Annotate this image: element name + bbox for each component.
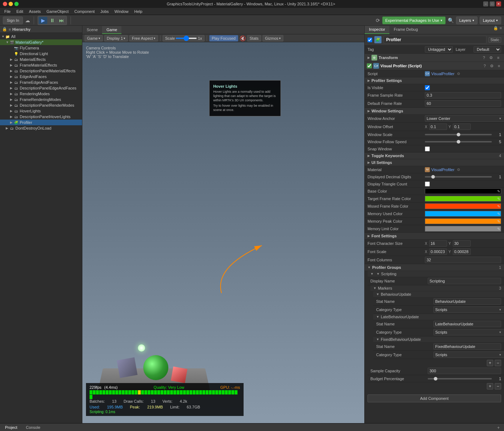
scale-slider[interactable] — [176, 38, 197, 39]
win-restore-icon[interactable]: □ — [490, 1, 495, 6]
fscale-x-input[interactable] — [429, 248, 447, 255]
vp-menu-icon[interactable]: ≡ — [496, 63, 502, 69]
tag-dropdown[interactable]: Untagged — [425, 46, 453, 53]
hierarchy-item[interactable]: ▶🗂RenderingModes — [0, 91, 82, 97]
hierarchy-item[interactable]: ▼📁All — [0, 34, 82, 39]
material-ref-btn[interactable]: ⊙ — [456, 167, 461, 172]
memory-peak-swatch[interactable]: ✎ — [425, 218, 501, 224]
hierarchy-item[interactable]: ▶🗂HoverLights — [0, 108, 82, 114]
menu-component[interactable]: Component — [71, 9, 97, 14]
ui-settings-header[interactable]: ▶ UI Settings — [365, 159, 504, 166]
win-min-icon[interactable]: – — [483, 1, 488, 6]
hierarchy-item[interactable]: ▶🗂DescriptionPanelEdgeAndFaces — [0, 85, 82, 91]
stats-btn[interactable]: Stats — [247, 35, 261, 42]
window-anchor-dropdown[interactable]: Lower Center — [425, 115, 504, 122]
profiler-groups-header[interactable]: ▼ Profiler Groups 1 — [365, 264, 504, 271]
font-settings-header[interactable]: ▶ Font Settings — [365, 233, 504, 239]
hierarchy-item[interactable]: ▶🗂DescriptionPanelHoverLights — [0, 114, 82, 120]
markers-header[interactable]: ▼ Markers 3 — [370, 285, 504, 291]
bu-cat-dropdown[interactable]: Scripts — [433, 306, 504, 313]
aspect-dropdown[interactable]: Free Aspect ▾ — [129, 35, 158, 42]
profiler-settings-header[interactable]: ▶ Profiler Settings — [365, 77, 504, 84]
gizmos-btn[interactable]: Gizmos ▾ — [263, 35, 283, 42]
hierarchy-item[interactable]: ▶🗂DescriptionPanelRenderModes — [0, 102, 82, 108]
snap-window-check[interactable] — [425, 146, 430, 151]
sample-capacity-field[interactable] — [428, 368, 501, 374]
menu-help[interactable]: Help — [131, 9, 145, 14]
menu-assets[interactable]: Assets — [26, 9, 44, 14]
display-triangle-check[interactable] — [425, 181, 430, 187]
memory-used-swatch[interactable]: ✎ — [425, 211, 501, 217]
markers-remove-btn[interactable]: − — [495, 360, 501, 366]
inspector-menu-icon[interactable]: ≡ — [500, 26, 502, 34]
menu-jobs[interactable]: Jobs — [97, 9, 111, 14]
fbu-cat-dropdown[interactable]: Scripts — [433, 352, 504, 358]
font-columns-field[interactable] — [425, 257, 501, 263]
display-dropdown[interactable]: Display 1 ▾ — [104, 35, 128, 42]
groups-add-btn[interactable]: + — [487, 383, 493, 389]
offset-x-input[interactable] — [429, 124, 447, 130]
tab-console[interactable]: Console — [22, 424, 44, 431]
transform-help-icon[interactable]: ? — [481, 55, 487, 60]
layout-dropdown[interactable]: Layout ▾ — [480, 16, 501, 24]
object-name-field[interactable] — [384, 36, 486, 44]
hierarchy-item[interactable]: ▶🗂EdgeAndFaces — [0, 74, 82, 79]
inspector-lock-icon[interactable]: 🔒 — [493, 26, 498, 34]
win-min-btn[interactable] — [9, 2, 13, 6]
decimal-slider[interactable] — [425, 176, 492, 178]
offset-y-input[interactable] — [453, 124, 471, 130]
hierarchy-item[interactable]: ▶🗂FrameMaterialEffects — [0, 62, 82, 68]
play-button[interactable]: ▶ — [39, 17, 47, 24]
hierarchy-item[interactable]: ▼🎬MaterialGallery* — [0, 39, 82, 45]
menu-gameobject[interactable]: GameObject — [44, 9, 72, 14]
base-color-swatch[interactable]: ✎ — [425, 188, 501, 194]
hierarchy-item[interactable]: 💡Directional Light — [0, 51, 82, 57]
hierarchy-lock-icon[interactable]: 🔒 — [2, 27, 7, 32]
late-behaviour-header[interactable]: ▼ LateBehaviourUpdate — [373, 314, 504, 320]
game-label-dropdown[interactable]: Game ▾ — [85, 35, 103, 42]
tab-inspector[interactable]: Inspector — [365, 26, 389, 34]
lbu-cat-dropdown[interactable]: Scripts — [433, 329, 504, 335]
hierarchy-menu-icon[interactable]: ≡ — [9, 27, 11, 32]
behaviour-update-header[interactable]: ▼ BehaviourUpdate — [373, 291, 504, 297]
menu-edit[interactable]: Edit — [14, 9, 26, 14]
menu-file[interactable]: File — [1, 9, 14, 14]
vp-settings-icon[interactable]: ⚙ — [489, 63, 495, 69]
toggle-keywords-header[interactable]: ▶ Toggle Keywords 4 — [365, 152, 504, 159]
play-focused-btn[interactable]: Play Focused — [209, 35, 238, 42]
hierarchy-item[interactable]: ▶🗂FrameRenderingModes — [0, 97, 82, 102]
layers-dropdown[interactable]: Layers ▾ — [456, 16, 477, 24]
static-badge[interactable]: Static — [489, 37, 501, 43]
transform-settings-icon[interactable]: ⚙ — [488, 55, 494, 60]
hierarchy-item[interactable]: 📷FlyCamera — [0, 45, 82, 51]
sign-in-button[interactable]: Sign In — [3, 16, 23, 24]
win-close-icon[interactable]: ✕ — [496, 1, 501, 6]
groups-remove-btn[interactable]: − — [495, 383, 501, 389]
add-component-button[interactable]: Add Component — [368, 394, 501, 402]
memory-limit-swatch[interactable]: ✎ — [425, 226, 501, 232]
hierarchy-item[interactable]: ▶🧩Profiler — [0, 120, 82, 125]
script-ref-name[interactable]: VisualProfiler — [431, 72, 455, 76]
hierarchy-item[interactable]: ▶🗂MaterialEffects — [0, 57, 82, 62]
script-ref-btn[interactable]: ⊙ — [456, 71, 461, 76]
missed-color-swatch[interactable]: ✎ — [425, 203, 501, 209]
scripting-header[interactable]: ▼ ▼ Scripting — [368, 271, 504, 277]
follow-speed-slider[interactable] — [425, 141, 492, 142]
vp-help-icon[interactable]: ? — [482, 63, 488, 69]
hierarchy-item[interactable]: ▶🗂DontDestroyOnLoad — [0, 125, 82, 131]
font-x-input[interactable] — [429, 240, 447, 247]
visual-profiler-check[interactable] — [367, 63, 372, 68]
hierarchy-item[interactable]: ▶🗂DescriptionPanelMaterialEffects — [0, 68, 82, 74]
bottom-add-icon[interactable]: + — [497, 425, 500, 430]
window-scale-slider[interactable] — [425, 134, 492, 135]
pause-button[interactable]: ⏸ — [48, 17, 57, 24]
menu-window[interactable]: Window — [112, 9, 131, 14]
lbu-stat-field[interactable] — [433, 321, 501, 327]
fbu-stat-field[interactable] — [433, 343, 501, 350]
frame-sample-rate-field[interactable] — [425, 92, 501, 98]
tab-scene[interactable]: Scene — [82, 26, 102, 34]
fscale-y-input[interactable] — [453, 248, 471, 255]
tab-game[interactable]: Game — [102, 26, 121, 34]
tab-project[interactable]: Project — [1, 424, 21, 431]
font-y-input[interactable] — [453, 240, 471, 247]
